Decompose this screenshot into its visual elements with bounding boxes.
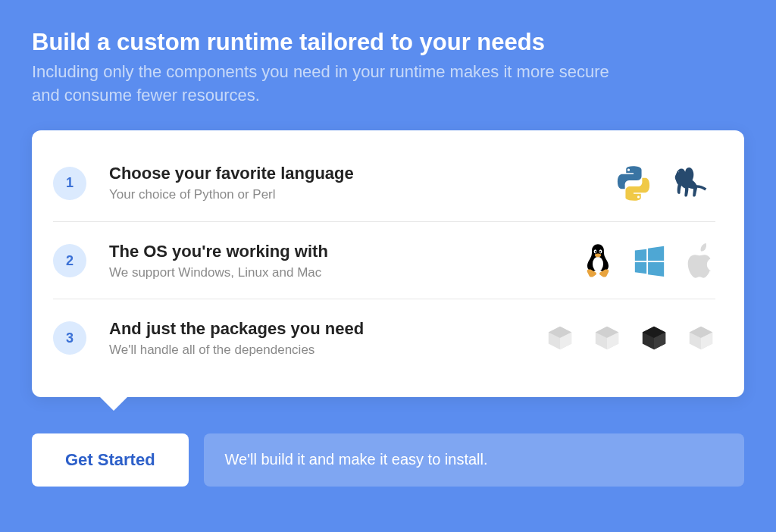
- cta-row: Get Started We'll build it and make it e…: [32, 433, 744, 487]
- linux-tux-icon: [582, 243, 614, 279]
- step-text: Choose your favorite language Your choic…: [109, 164, 614, 202]
- steps-card: 1 Choose your favorite language Your cho…: [32, 130, 744, 397]
- svg-point-5: [599, 251, 601, 253]
- step-row-1: 1 Choose your favorite language Your cho…: [53, 144, 715, 222]
- step-number-badge: 3: [53, 321, 86, 355]
- step-row-2: 2 The OS you're working with We support …: [53, 222, 715, 299]
- page-container: Build a custom runtime tailored to your …: [0, 0, 776, 517]
- step-text: And just the packages you need We'll han…: [109, 319, 546, 358]
- step-title: And just the packages you need: [109, 319, 546, 339]
- step-subtitle: We support Windows, Linux and Mac: [109, 265, 582, 280]
- step-subtitle: We'll handle all of the dependencies: [109, 343, 546, 358]
- step-text: The OS you're working with We support Wi…: [109, 242, 582, 280]
- step-number-badge: 2: [53, 244, 86, 277]
- step-icons-os: [582, 243, 715, 279]
- get-started-button[interactable]: Get Started: [32, 433, 189, 487]
- page-subtitle: Including only the components you need i…: [32, 61, 638, 108]
- step-title: Choose your favorite language: [109, 164, 614, 183]
- step-subtitle: Your choice of Python or Perl: [109, 187, 614, 202]
- step-title: The OS you're working with: [109, 242, 582, 261]
- step-icons-packages: [546, 324, 715, 352]
- svg-point-4: [595, 251, 596, 253]
- step-icons-languages: [614, 164, 715, 203]
- info-banner: We'll build it and make it easy to insta…: [204, 433, 744, 487]
- package-icon: [593, 324, 621, 352]
- page-title: Build a custom runtime tailored to your …: [32, 29, 744, 56]
- package-icon: [687, 324, 715, 352]
- windows-icon: [632, 243, 667, 278]
- perl-camel-icon: [671, 164, 715, 203]
- step-row-3: 3 And just the packages you need We'll h…: [53, 299, 715, 376]
- python-icon: [614, 164, 653, 203]
- package-icon-selected: [640, 324, 668, 352]
- svg-point-1: [593, 257, 603, 271]
- apple-icon: [685, 243, 715, 278]
- step-number-badge: 1: [53, 167, 86, 200]
- package-icon: [546, 324, 574, 352]
